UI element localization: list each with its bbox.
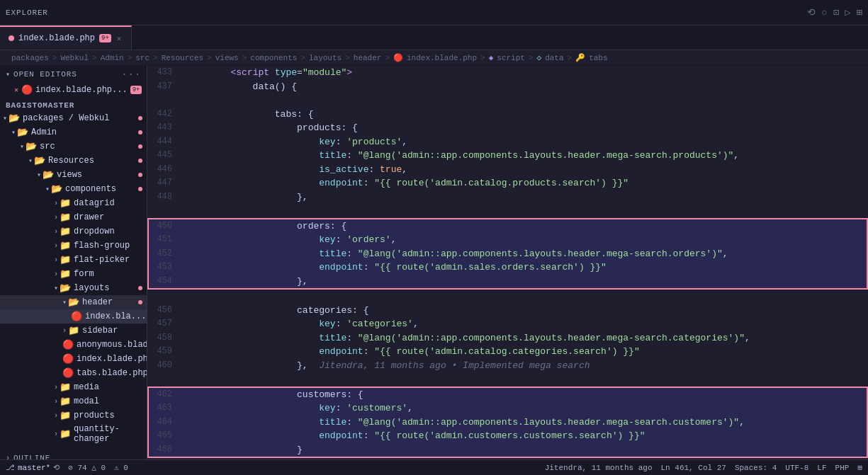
breadcrumb-file[interactable]: index.blade.php bbox=[407, 54, 477, 62]
run-icon[interactable]: ▷ bbox=[845, 6, 850, 18]
git-branch-icon: ⎇ bbox=[6, 463, 15, 472]
modified-dot bbox=[138, 300, 142, 304]
line-number: 443 bbox=[148, 121, 184, 135]
line-number: 462 bbox=[148, 387, 184, 402]
spaces[interactable]: Spaces: 4 bbox=[735, 464, 777, 472]
tree-admin[interactable]: ▾ 📂 Admin bbox=[0, 125, 147, 139]
line-content: key: 'orders', bbox=[184, 233, 867, 247]
open-editors-header[interactable]: ▾ OPEN EDITORS ··· bbox=[0, 66, 147, 83]
tree-header[interactable]: ▾ 📂 header bbox=[0, 295, 147, 309]
tab-close-button[interactable]: ✕ bbox=[115, 33, 123, 44]
breadcrumb-script[interactable]: script bbox=[497, 54, 525, 62]
editor-content[interactable]: 433 <script type="module">437 data() { 4… bbox=[147, 66, 868, 459]
table-row bbox=[148, 457, 867, 459]
line-content bbox=[184, 372, 867, 387]
line-number: 459 bbox=[148, 345, 184, 359]
line-content: title: "@lang('admin::app.components.lay… bbox=[184, 331, 867, 345]
layout-icon[interactable]: ⊞ bbox=[857, 463, 862, 472]
git-blame: Jitendra, 11 months ago bbox=[545, 464, 653, 472]
line-content: }, bbox=[184, 190, 867, 205]
breadcrumb-views[interactable]: views bbox=[215, 54, 239, 62]
breadcrumb-layouts[interactable]: layouts bbox=[309, 54, 342, 62]
blade-file-icon: 🔴 bbox=[71, 311, 82, 322]
language-mode[interactable]: PHP bbox=[835, 464, 850, 472]
tree-index-blade-php[interactable]: 🔴 index.blade.php bbox=[0, 352, 147, 366]
tree-views[interactable]: ▾ 📂 views bbox=[0, 168, 147, 182]
line-content bbox=[184, 457, 867, 459]
tree-index-blade-active[interactable]: 🔴 index.bla... 9+ bbox=[0, 309, 147, 324]
tree-anonymous-blade[interactable]: 🔴 anonymous.blad... bbox=[0, 338, 147, 352]
tree-sidebar[interactable]: › 📁 sidebar bbox=[0, 324, 147, 338]
tree-quantity-changer[interactable]: › 📁 quantity-changer bbox=[0, 423, 147, 445]
breadcrumb-data[interactable]: data bbox=[545, 54, 563, 62]
tree-packages-webkul[interactable]: ▾ 📂 packages / Webkul bbox=[0, 111, 147, 125]
outline-header[interactable]: › OUTLINE bbox=[0, 451, 147, 459]
tree-modal[interactable]: › 📁 modal bbox=[0, 394, 147, 408]
tree-drawer[interactable]: › 📁 drawer bbox=[0, 210, 147, 224]
blade-file-icon: 🔴 bbox=[62, 353, 74, 365]
line-number: 446 bbox=[148, 163, 184, 177]
breadcrumb-webkul[interactable]: Webkul bbox=[60, 54, 89, 62]
line-number bbox=[148, 289, 184, 304]
breadcrumb-header[interactable]: header bbox=[354, 54, 382, 62]
line-number: 460 bbox=[148, 359, 184, 373]
line-number: 458 bbox=[148, 331, 184, 345]
tree-form[interactable]: › 📁 form bbox=[0, 267, 147, 281]
folder-closed-icon: 📁 bbox=[60, 226, 71, 237]
tab-index-blade[interactable]: index.blade.php 9+ ✕ bbox=[0, 25, 132, 50]
modified-dot bbox=[138, 116, 142, 120]
folder-closed-icon: 📁 bbox=[60, 198, 71, 209]
collapse-icon[interactable]: ○ bbox=[821, 7, 827, 18]
tree-components[interactable]: ▾ 📂 components bbox=[0, 182, 147, 196]
split-editor-icon[interactable]: ⊡ bbox=[833, 6, 839, 18]
warning-count[interactable]: ⚠ 0 bbox=[114, 463, 128, 472]
outline-label: OUTLINE bbox=[13, 454, 50, 459]
folder-closed-icon: 📁 bbox=[60, 382, 71, 393]
eol[interactable]: LF bbox=[817, 464, 826, 472]
breadcrumb-packages[interactable]: packages bbox=[11, 54, 49, 62]
tree-flat-picker[interactable]: › 📁 flat-picker bbox=[0, 253, 147, 267]
tab-badge: 9+ bbox=[99, 34, 111, 42]
line-content: tabs: { bbox=[184, 108, 867, 122]
blade-file-icon: 🔴 bbox=[62, 367, 74, 379]
tree-src[interactable]: ▾ 📂 src bbox=[0, 139, 147, 154]
tree-flash-group[interactable]: › 📁 flash-group bbox=[0, 239, 147, 253]
table-row bbox=[148, 204, 867, 219]
tree-resources[interactable]: ▾ 📂 Resources bbox=[0, 154, 147, 168]
line-content: data() { bbox=[184, 80, 867, 94]
cursor-position[interactable]: Ln 461, Col 27 bbox=[661, 464, 726, 472]
folder-closed-icon: 📁 bbox=[60, 240, 71, 251]
breadcrumb-tabs[interactable]: tabs bbox=[589, 54, 607, 62]
table-row: 460 }, Jitendra, 11 months ago • Impleme… bbox=[148, 359, 867, 373]
line-content: orders: { bbox=[184, 219, 867, 234]
table-row: 456 categories: { bbox=[148, 304, 867, 318]
layout-icon[interactable]: ⊞ bbox=[857, 6, 862, 18]
line-number: 457 bbox=[148, 317, 184, 331]
breadcrumb-components[interactable]: components bbox=[250, 54, 297, 62]
line-content: endpoint: "{{ route('admin.catalog.produ… bbox=[184, 176, 867, 190]
table-row bbox=[148, 289, 867, 304]
open-file-index-blade[interactable]: ✕ 🔴 index.blade.php... 9+ bbox=[0, 83, 147, 97]
line-number: 444 bbox=[148, 135, 184, 149]
script-icon: ◈ bbox=[489, 53, 494, 62]
line-number: 464 bbox=[148, 416, 184, 430]
breadcrumb-src[interactable]: src bbox=[135, 54, 150, 62]
line-content: <script type="module"> bbox=[184, 66, 867, 80]
git-branch-label[interactable]: master* bbox=[18, 464, 50, 472]
error-count[interactable]: ⊘ 74 △ 0 bbox=[68, 463, 106, 472]
breadcrumb-admin[interactable]: Admin bbox=[101, 54, 124, 62]
breadcrumb-resources[interactable]: Resources bbox=[162, 54, 203, 62]
tab-bar: index.blade.php 9+ ✕ bbox=[0, 25, 868, 50]
tree-media[interactable]: › 📁 media bbox=[0, 380, 147, 394]
table-row: 443 products: { bbox=[148, 121, 867, 135]
folder-open-icon: 📂 bbox=[34, 155, 45, 166]
tree-products[interactable]: › 📁 products bbox=[0, 408, 147, 423]
tree-datagrid[interactable]: › 📁 datagrid bbox=[0, 196, 147, 210]
refresh-icon[interactable]: ⟲ bbox=[807, 6, 816, 18]
tree-dropdown[interactable]: › 📁 dropdown bbox=[0, 224, 147, 239]
encoding[interactable]: UTF-8 bbox=[785, 464, 808, 472]
tree-layouts[interactable]: ▾ 📂 layouts bbox=[0, 281, 147, 295]
tab-label: index.blade.php bbox=[18, 33, 95, 43]
tree-tabs-blade[interactable]: 🔴 tabs.blade.php bbox=[0, 366, 147, 380]
git-sync-icon[interactable]: ⟲ bbox=[53, 463, 60, 472]
